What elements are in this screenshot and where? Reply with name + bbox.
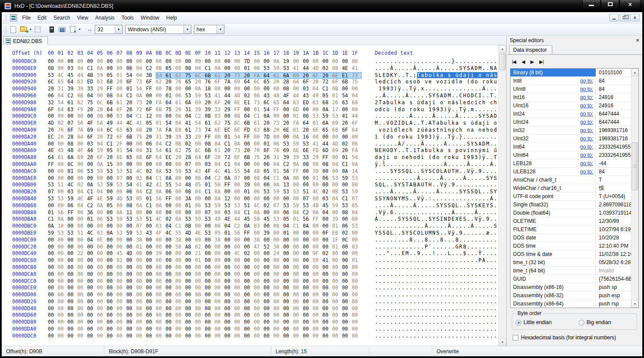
hex-basis-option[interactable]: Hexadecimal basis (for integral numbers) — [513, 335, 636, 341]
inspector-row[interactable]: DOS time & date11/02/38 12:10:40 PM — [511, 250, 638, 259]
close-button[interactable]: × — [620, 0, 641, 9]
decoded-text[interactable]: SQL..SYSTABAUTH..Vÿ.9........... — [375, 182, 497, 189]
hex-bytes[interactable]: 0000000000000000000100000050A80200000000… — [48, 244, 362, 251]
hex-bytes[interactable]: 0000000000000000000000000000000000000000… — [48, 278, 362, 285]
hex-row[interactable]: 0000DD2000000000000000000000000000000000… — [2, 298, 498, 305]
decoded-text[interactable]: ................................ — [375, 312, 497, 319]
goto-link[interactable]: go to: — [580, 152, 593, 158]
tab-edn82dbs[interactable]: EDN82.DBS — [3, 36, 48, 45]
goto-link[interactable]: go to: — [580, 78, 593, 84]
hex-bytes[interactable]: 0000000000000000000000000000000000000000… — [48, 312, 362, 319]
decoded-text[interactable]: .........8...8...8...8.......... — [375, 237, 497, 244]
panel-close-icon[interactable]: × — [636, 37, 639, 43]
decoded-text[interactable]: ................................ — [375, 298, 497, 305]
decoded-text[interactable]: ................................ — [375, 264, 497, 271]
title-bar[interactable]: HxD - [C:\Downloads\EDN82\EDN82.DBS] × — [0, 0, 644, 12]
goto-previous-icon[interactable]: ◀ — [521, 59, 524, 65]
decoded-text[interactable]: 1993)ÿ..Tÿ.x...............Á... — [375, 86, 497, 93]
decoded-text[interactable]: ................................ — [375, 305, 497, 312]
hex-row[interactable]: 0000DC6000000000000000020000000000000001… — [2, 257, 498, 264]
hex-bytes[interactable]: 0000000000000002000000000000000100000000… — [48, 257, 362, 264]
decoded-text[interactable]: .........Á.....Â.....Á.....SYSAD — [375, 113, 497, 120]
decoded-text[interactable]: ..Â.....Á.....SYSADM..CHODCI..T. — [375, 93, 497, 99]
hex-row[interactable]: 0000DB0053514C020A5359535441424155544805… — [2, 182, 498, 189]
hex-bytes[interactable]: 000008000304C12F00000604C20B02000804C10A… — [48, 141, 362, 148]
hex-bytes[interactable]: 32546162756C6B61207320FA64616A69206F206E… — [48, 99, 362, 106]
goto-last-icon[interactable]: ▶| — [539, 59, 543, 65]
decoded-text[interactable]: ì (do roku 1993)ÿ..Tÿ.}......... — [375, 134, 497, 141]
hex-row[interactable]: 0000DD0000000000000000000000000000000000… — [2, 292, 498, 298]
hex-bytes[interactable]: 0A100000000000000007000304C10B00000604C2… — [48, 223, 362, 230]
maximize-button[interactable] — [601, 0, 619, 9]
decoded-text[interactable]: vozidlech zúèastnìných na nehod — [375, 127, 497, 134]
decoded-text[interactable]: YSSQL..SYSCOLUMNS..Vÿ.9......æ.. — [375, 230, 497, 237]
decoded-text[interactable]: ................................ — [375, 333, 497, 340]
hex-row[interactable]: 0000DAA0FF006C00000A15000000000000000700… — [2, 161, 498, 168]
inspector-row[interactable]: UInt24go to:6447444 — [511, 118, 638, 126]
goto-next-icon[interactable]: ▶ — [531, 59, 534, 65]
open-ram-button[interactable] — [48, 25, 57, 34]
hex-row[interactable]: 0000DC4000000022000000454D00003900000021… — [2, 250, 498, 257]
hex-bytes[interactable]: 203139393329FF000154FF007800000A18000000… — [48, 86, 362, 93]
hex-bytes[interactable]: 53514C020A53595354414241555448050156FF00… — [48, 182, 362, 189]
goto-link[interactable]: go to: — [580, 136, 593, 142]
inspector-row[interactable]: Int24go to:6447444 — [511, 110, 638, 118]
hex-row[interactable]: 0000DBA0C10A0000010653595353514C020A5359… — [2, 216, 498, 223]
decoded-text[interactable]: ................................ — [375, 271, 497, 278]
hex-bytes[interactable]: 0000010653595353514C020A535953434F4C4155… — [48, 168, 362, 175]
menu-help[interactable]: Help — [163, 13, 180, 23]
new-file-button[interactable] — [9, 25, 18, 34]
inspector-row[interactable]: Disassembly (x86-16)push sp — [511, 283, 638, 292]
hex-bytes[interactable]: 4D0207564F5A49444C410501540441546162756C… — [48, 120, 362, 127]
hex-row[interactable]: 0000D98032546162756C6B61207320FA64616A69… — [2, 99, 498, 106]
hex-row[interactable]: 0000DCE000000000000000000000000000000000… — [2, 285, 498, 292]
open-disk-button[interactable] — [58, 25, 67, 34]
hex-bytes[interactable]: 64616A69206F206E65686F64EC2028646F20726F… — [48, 154, 362, 161]
decoded-text[interactable]: ....Á.....Â.....Á.....SYSSQL..SY — [375, 189, 497, 196]
tab-data-inspector[interactable]: Data inspector — [509, 45, 552, 54]
inspector-row[interactable]: UInt32go to:1969381716 — [511, 135, 638, 143]
document-icon[interactable] — [10, 14, 17, 21]
decoded-text[interactable]: 2Tabulka s údaji o následcích ch — [375, 99, 497, 106]
bytes-per-row-select[interactable]: 32 ▼ — [95, 25, 123, 34]
hex-row[interactable]: 0000D9206C656463ED6368206F736F6220766520… — [2, 79, 498, 86]
hex-bytes[interactable]: 6F6463F92028646F20726F6B75203139393329FF… — [48, 106, 362, 113]
inspector-row[interactable]: UInt64go to:2333264195524649300 — [511, 151, 638, 159]
hex-bytes[interactable]: 0000000000000000000000000000000000000000… — [48, 326, 362, 333]
inspector-row[interactable]: DOS time12:10:40 PM — [511, 242, 638, 250]
hex-row[interactable]: 0000D9C0000000000008000304C11200000604C2… — [2, 113, 498, 120]
scroll-down-icon[interactable]: ▼ — [499, 338, 506, 346]
goto-link[interactable]: go to: — [580, 94, 593, 100]
goto-link[interactable]: go to: — [580, 169, 593, 175]
menu-edit[interactable]: Edit — [34, 13, 50, 23]
goto-link[interactable]: go to: — [580, 119, 593, 125]
decoded-text[interactable]: ....Á.....Â.....Á.....SYSADM..NA — [375, 65, 497, 72]
minimize-button[interactable] — [582, 0, 601, 9]
hex-bytes[interactable]: 0000000000000000000000000000000000000000… — [48, 264, 362, 271]
decoded-text[interactable]: .Vÿ.6...............Á.....Â..... — [375, 209, 497, 216]
hex-row[interactable]: 0000D900534C45444B59050154043B546162756C… — [2, 72, 498, 79]
hex-bytes[interactable]: C10A0000010653595353514C020A535953494E44… — [48, 216, 362, 223]
hex-row[interactable]: 0000DBC00A100000000000000007000304C10B00… — [2, 223, 498, 230]
hex-pane[interactable]: Offset (h) 000102030405060708090A0B0C0D0… — [2, 45, 498, 346]
hex-row[interactable]: 0000DC0000000000040E00000038000000380000… — [2, 237, 498, 244]
hex-bytes[interactable]: 4E45484F44590501540431546162756C6B612073… — [48, 147, 362, 154]
inspector-row[interactable]: DOS date10/20/28 — [511, 234, 638, 242]
combo-caret-icon[interactable]: ▼ — [115, 25, 122, 33]
hex-row[interactable]: 0000DA0020766F7A69646C656368207AFAE86173… — [2, 127, 498, 134]
inspector-row[interactable]: UTF-8 code pointT (U+0054) — [511, 192, 638, 201]
scrollbar-thumb[interactable] — [632, 143, 638, 190]
inspector-row[interactable]: GUID{75626154-6B6C-2061-73 — [511, 275, 638, 283]
decoded-text[interactable]: SSYNONYMS..Vÿ.:...............Á. — [375, 196, 497, 202]
mdi-restore-button[interactable] — [620, 14, 629, 21]
hex-bytes[interactable]: 0604C20B04000804C10A0000010653595341444D… — [48, 93, 362, 99]
hex-row[interactable]: 0000DDC000000000000000000000000000000000… — [2, 333, 498, 340]
hex-row[interactable]: 0000DDA000000000000000000000000000000000… — [2, 326, 498, 333]
inspector-row[interactable]: time_t (64 bit)Invalid — [511, 267, 638, 275]
decoded-text[interactable]: ...........Á.....Â.....Á.....SYS — [375, 175, 497, 182]
decoded-text[interactable]: ...........................PA... — [375, 257, 497, 264]
decoded-text[interactable]: ................................ — [375, 285, 497, 292]
menu-search[interactable]: Search — [50, 13, 73, 23]
hex-row[interactable]: 0000DA20EC2028646F20726F6B75203139393329… — [2, 134, 498, 141]
open-dropdown-caret-icon[interactable]: ▾ — [30, 27, 31, 31]
